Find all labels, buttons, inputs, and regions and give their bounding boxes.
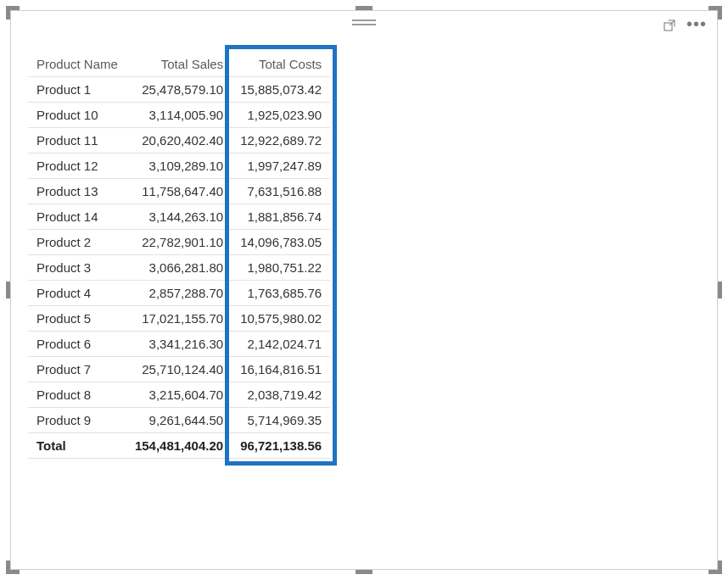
ellipsis-icon: ••• <box>686 15 707 32</box>
cell-costs: 16,164,816.51 <box>232 357 330 382</box>
table-row[interactable]: Product 725,710,124.4016,164,816.51 <box>28 357 330 382</box>
resize-handle-bottom-left[interactable] <box>6 557 23 574</box>
cell-sales: 9,261,644.50 <box>126 408 232 433</box>
cell-sales: 22,782,901.10 <box>126 230 232 255</box>
cell-sales: 3,215,604.70 <box>126 382 232 408</box>
cell-costs: 5,714,969.35 <box>232 408 330 433</box>
table-row[interactable]: Product 143,144,263.101,881,856.74 <box>28 204 330 230</box>
cell-sales: 11,758,647.40 <box>126 179 232 204</box>
table-row[interactable]: Product 103,114,005.901,925,023.90 <box>28 103 330 128</box>
column-header-product[interactable]: Product Name <box>28 52 126 77</box>
cell-product: Product 4 <box>28 281 126 306</box>
cell-costs: 10,575,980.02 <box>232 306 330 332</box>
total-cell-sales: 154,481,404.20 <box>126 433 232 459</box>
cell-sales: 3,114,005.90 <box>126 103 232 128</box>
total-row: Total154,481,404.2096,721,138.56 <box>28 433 330 459</box>
resize-handle-left[interactable] <box>6 282 10 298</box>
resize-handle-right[interactable] <box>718 282 722 298</box>
cell-sales: 3,341,216.30 <box>126 332 232 357</box>
cell-costs: 7,631,516.88 <box>232 179 330 204</box>
resize-handle-bottom[interactable] <box>356 570 372 574</box>
cell-costs: 1,881,856.74 <box>232 204 330 230</box>
cell-product: Product 1 <box>28 77 126 103</box>
cell-sales: 20,620,402.40 <box>126 128 232 153</box>
total-cell-costs: 96,721,138.56 <box>232 433 330 459</box>
cell-product: Product 7 <box>28 357 126 382</box>
cell-sales: 2,857,288.70 <box>126 281 232 306</box>
focus-mode-button[interactable] <box>658 14 681 37</box>
cell-sales: 3,144,263.10 <box>126 204 232 230</box>
data-table[interactable]: Product NameTotal SalesTotal Costs Produ… <box>28 52 330 459</box>
cell-sales: 25,478,579.10 <box>126 77 232 103</box>
table-row[interactable]: Product 42,857,288.701,763,685.76 <box>28 281 330 306</box>
cell-sales: 17,021,155.70 <box>126 306 232 332</box>
table-visual-container[interactable]: ••• Product NameTotal SalesTotal Costs P… <box>10 10 718 570</box>
cell-product: Product 6 <box>28 332 126 357</box>
column-header-sales[interactable]: Total Sales <box>126 52 232 77</box>
visual-header: ••• <box>11 11 717 40</box>
cell-costs: 1,763,685.76 <box>232 281 330 306</box>
table-row[interactable]: Product 63,341,216.302,142,024.71 <box>28 332 330 357</box>
cell-product: Product 9 <box>28 408 126 433</box>
cell-sales: 3,109,289.10 <box>126 153 232 179</box>
cell-costs: 1,925,023.90 <box>232 103 330 128</box>
resize-handle-top[interactable] <box>356 6 372 10</box>
table-row[interactable]: Product 99,261,644.505,714,969.35 <box>28 408 330 433</box>
column-header-costs[interactable]: Total Costs <box>232 52 330 77</box>
total-cell-product: Total <box>28 433 126 459</box>
popout-icon <box>662 18 677 33</box>
resize-handle-bottom-right[interactable] <box>705 557 722 574</box>
cell-sales: 25,710,124.40 <box>126 357 232 382</box>
cell-product: Product 10 <box>28 103 126 128</box>
drag-grip-icon[interactable] <box>352 20 376 26</box>
table-row[interactable]: Product 1311,758,647.407,631,516.88 <box>28 179 330 204</box>
cell-sales: 3,066,281.80 <box>126 255 232 281</box>
table-row[interactable]: Product 125,478,579.1015,885,073.42 <box>28 77 330 103</box>
cell-product: Product 14 <box>28 204 126 230</box>
table-row[interactable]: Product 123,109,289.101,997,247.89 <box>28 153 330 179</box>
table-row[interactable]: Product 83,215,604.702,038,719.42 <box>28 382 330 408</box>
more-options-button[interactable]: ••• <box>685 14 708 37</box>
cell-costs: 2,142,024.71 <box>232 332 330 357</box>
cell-product: Product 2 <box>28 230 126 255</box>
cell-product: Product 5 <box>28 306 126 332</box>
cell-costs: 14,096,783.05 <box>232 230 330 255</box>
table-area: Product NameTotal SalesTotal Costs Produ… <box>28 52 700 459</box>
table-row[interactable]: Product 1120,620,402.4012,922,689.72 <box>28 128 330 153</box>
cell-costs: 1,980,751.22 <box>232 255 330 281</box>
table-row[interactable]: Product 222,782,901.1014,096,783.05 <box>28 230 330 255</box>
cell-costs: 2,038,719.42 <box>232 382 330 408</box>
cell-product: Product 11 <box>28 128 126 153</box>
cell-costs: 12,922,689.72 <box>232 128 330 153</box>
cell-product: Product 8 <box>28 382 126 408</box>
table-row[interactable]: Product 33,066,281.801,980,751.22 <box>28 255 330 281</box>
cell-costs: 15,885,073.42 <box>232 77 330 103</box>
cell-product: Product 13 <box>28 179 126 204</box>
cell-product: Product 3 <box>28 255 126 281</box>
cell-product: Product 12 <box>28 153 126 179</box>
cell-costs: 1,997,247.89 <box>232 153 330 179</box>
table-row[interactable]: Product 517,021,155.7010,575,980.02 <box>28 306 330 332</box>
